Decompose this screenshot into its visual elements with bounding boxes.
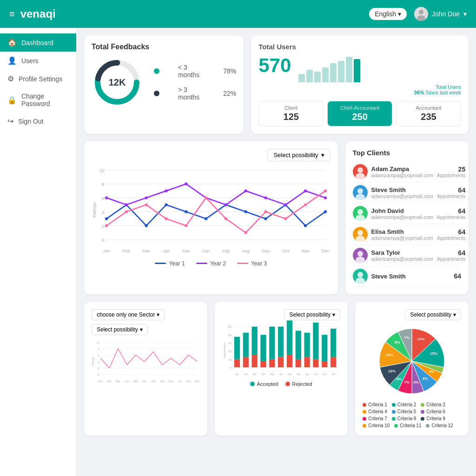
layout: 🏠 Dashboard 👤 Users ⚙ Profile Settings 🔒…: [0, 28, 476, 476]
svg-rect-126: [260, 361, 266, 367]
users-big-number: 570: [258, 54, 291, 77]
sector-chevron: ▾: [157, 311, 159, 318]
users-bar-chart: [298, 54, 461, 82]
home-icon: 🏠: [7, 38, 17, 47]
svg-text:Nov: Nov: [186, 380, 191, 383]
client-count: 25 Appointments: [437, 165, 465, 178]
client-count: 64 Appointments: [437, 249, 465, 262]
svg-point-63: [264, 210, 267, 213]
bar-chart-header: Select possibility ▾: [222, 309, 340, 320]
pie-legend-item: Criteria 8: [392, 416, 416, 421]
svg-text:July: July: [222, 248, 230, 253]
svg-point-47: [185, 182, 187, 185]
svg-point-61: [225, 217, 227, 220]
legend-dot-gt3: [154, 91, 159, 96]
client-avatar: [353, 185, 368, 200]
category-box: Accountant 235: [396, 101, 461, 126]
small-line-chart-card: choose only one Sector ▾ Select possibil…: [84, 302, 207, 436]
bar-chevron: ▾: [332, 311, 335, 318]
svg-point-31: [105, 217, 108, 220]
svg-point-2: [417, 15, 425, 21]
svg-point-78: [356, 278, 365, 284]
line-chart-card: Select possibility ▾ 1086420RatingsJanFe…: [84, 141, 338, 294]
svg-text:60: 60: [229, 342, 231, 344]
chart-legend-item: Year 1: [155, 260, 185, 267]
svg-text:Sep: Sep: [262, 248, 270, 253]
client-info: Elisa Smith adamzampa@yopmail.com: [371, 228, 433, 241]
svg-text:Mar: Mar: [116, 380, 120, 383]
sidebar: 🏠 Dashboard 👤 Users ⚙ Profile Settings 🔒…: [0, 28, 77, 476]
top-row: Total Feedbacks 12K: [84, 35, 469, 134]
user-menu-button[interactable]: John Doe ▾: [414, 7, 467, 21]
svg-point-60: [205, 196, 207, 199]
svg-text:Mai: Mai: [183, 248, 190, 253]
svg-text:Dec: Dec: [195, 380, 200, 383]
svg-text:Aug: Aug: [242, 248, 250, 253]
sector-select-button[interactable]: choose only one Sector ▾: [92, 309, 165, 320]
small-chart-select-button[interactable]: Select possibility ▾: [92, 324, 148, 335]
svg-point-67: [357, 167, 363, 173]
svg-point-44: [125, 203, 128, 206]
svg-text:May: May: [133, 380, 139, 383]
bar-chart-card: Select possibility ▾ 100806040200Appoint…: [215, 302, 348, 436]
svg-text:Jun: Jun: [279, 373, 283, 376]
svg-text:8%: 8%: [423, 377, 428, 381]
lock-icon: 🔒: [7, 96, 17, 105]
bottom-row: choose only one Sector ▾ Select possibil…: [84, 302, 469, 436]
svg-point-1: [419, 10, 423, 14]
chart-legend-item: Year 2: [196, 260, 226, 267]
middle-row: Select possibility ▾ 1086420RatingsJanFe…: [84, 141, 469, 294]
sidebar-item-signout[interactable]: ↪ Sign Out: [0, 112, 76, 130]
donut-chart: 12K: [92, 57, 143, 108]
svg-text:Dec: Dec: [321, 248, 329, 253]
svg-text:13%: 13%: [386, 353, 393, 357]
feedbacks-title: Total Feedbacks: [92, 43, 236, 51]
language-button[interactable]: English ▾: [369, 8, 407, 20]
sidebar-item-users[interactable]: 👤 Users: [0, 52, 76, 70]
svg-text:Oct: Oct: [282, 248, 289, 253]
chart-select-button[interactable]: Select possibility ▾: [267, 149, 330, 161]
sidebar-item-profile[interactable]: ⚙ Profile Settings: [0, 70, 76, 88]
svg-point-64: [284, 217, 287, 220]
bar-select-label: Select possibility: [289, 311, 331, 318]
user-bar: [330, 63, 337, 82]
hamburger-icon[interactable]: ≡: [9, 9, 15, 20]
svg-rect-117: [234, 359, 240, 368]
header: ≡ venaqi English ▾ John Doe ▾: [0, 0, 476, 28]
svg-text:2: 2: [98, 367, 99, 370]
client-avatar: [353, 206, 368, 221]
client-item: Elisa Smith adamzampa@yopmail.com 64 App…: [353, 224, 461, 245]
svg-text:5%: 5%: [429, 370, 434, 374]
client-info: Adam Zampa adamzampa@yopmail.com: [371, 165, 433, 178]
svg-point-38: [244, 210, 247, 213]
client-count: 64: [454, 272, 461, 280]
small-chart-select-label: Select possibility: [97, 326, 138, 333]
svg-text:Appointments: Appointments: [223, 342, 226, 358]
pie-chart-header: Select possibility ▾: [363, 309, 461, 320]
legend-item-gt3: > 3 months 22%: [154, 86, 236, 101]
svg-text:Oct: Oct: [314, 373, 318, 376]
feedbacks-content: 12K < 3 months 78% > 3 months 22%: [92, 57, 236, 108]
sidebar-item-password[interactable]: 🔒 Change Password: [0, 88, 76, 112]
svg-text:0: 0: [230, 366, 231, 369]
sidebar-label-signout: Sign Out: [18, 118, 43, 125]
pie-select-label: Select possibility: [410, 311, 451, 318]
svg-text:4: 4: [98, 361, 99, 364]
pie-select-button[interactable]: Select possibility ▾: [405, 309, 461, 320]
top-clients-card: Top Clients Adam Zampa adamzampa@yopmail…: [345, 141, 469, 294]
bar-select-button[interactable]: Select possibility ▾: [284, 309, 340, 320]
category-box: Client 125: [258, 101, 324, 126]
svg-point-66: [324, 189, 327, 192]
chart-header: Select possibility ▾: [92, 149, 331, 161]
accepted-label: Accepted: [257, 381, 278, 387]
svg-point-77: [357, 272, 363, 278]
language-label: English: [375, 10, 396, 18]
svg-point-34: [165, 203, 167, 206]
svg-rect-135: [287, 355, 292, 367]
pie-legend-item: Criteria 7: [363, 416, 387, 421]
top-clients-title: Top Clients: [353, 149, 461, 157]
svg-text:10: 10: [99, 168, 105, 173]
svg-point-49: [225, 203, 227, 206]
svg-text:6: 6: [102, 196, 104, 201]
sidebar-item-dashboard[interactable]: 🏠 Dashboard: [0, 33, 76, 52]
